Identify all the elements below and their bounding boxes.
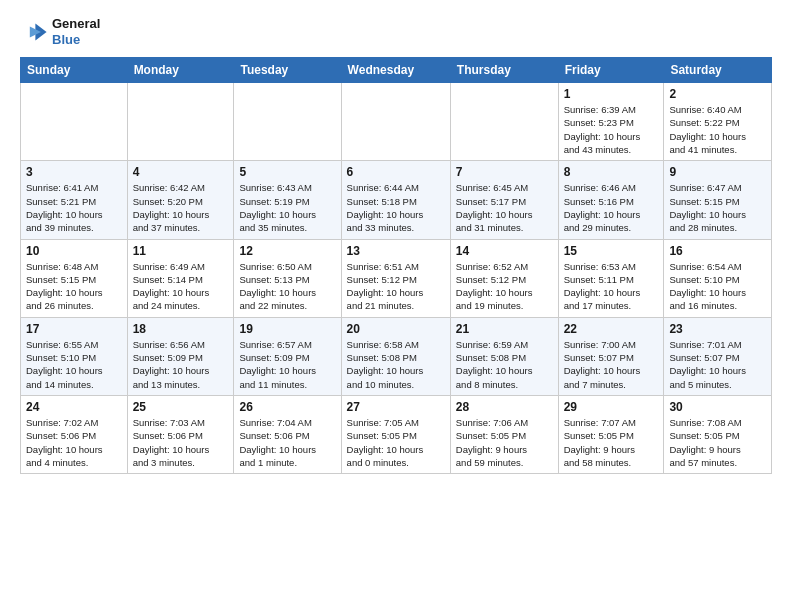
day-info: Sunrise: 6:47 AM Sunset: 5:15 PM Dayligh…: [669, 181, 766, 234]
day-info: Sunrise: 6:59 AM Sunset: 5:08 PM Dayligh…: [456, 338, 553, 391]
calendar-cell: 6Sunrise: 6:44 AM Sunset: 5:18 PM Daylig…: [341, 161, 450, 239]
calendar-cell: 27Sunrise: 7:05 AM Sunset: 5:05 PM Dayli…: [341, 395, 450, 473]
day-number: 21: [456, 322, 553, 336]
day-number: 28: [456, 400, 553, 414]
calendar-cell: 5Sunrise: 6:43 AM Sunset: 5:19 PM Daylig…: [234, 161, 341, 239]
weekday-header: Wednesday: [341, 58, 450, 83]
day-number: 19: [239, 322, 335, 336]
weekday-header: Tuesday: [234, 58, 341, 83]
calendar-cell: 4Sunrise: 6:42 AM Sunset: 5:20 PM Daylig…: [127, 161, 234, 239]
day-info: Sunrise: 6:54 AM Sunset: 5:10 PM Dayligh…: [669, 260, 766, 313]
calendar-cell: 17Sunrise: 6:55 AM Sunset: 5:10 PM Dayli…: [21, 317, 128, 395]
day-info: Sunrise: 6:49 AM Sunset: 5:14 PM Dayligh…: [133, 260, 229, 313]
day-number: 10: [26, 244, 122, 258]
day-number: 14: [456, 244, 553, 258]
calendar-cell: 14Sunrise: 6:52 AM Sunset: 5:12 PM Dayli…: [450, 239, 558, 317]
day-info: Sunrise: 6:39 AM Sunset: 5:23 PM Dayligh…: [564, 103, 659, 156]
calendar-cell: 10Sunrise: 6:48 AM Sunset: 5:15 PM Dayli…: [21, 239, 128, 317]
day-number: 20: [347, 322, 445, 336]
day-number: 13: [347, 244, 445, 258]
calendar-cell: 12Sunrise: 6:50 AM Sunset: 5:13 PM Dayli…: [234, 239, 341, 317]
day-number: 3: [26, 165, 122, 179]
calendar-week-row: 3Sunrise: 6:41 AM Sunset: 5:21 PM Daylig…: [21, 161, 772, 239]
day-number: 2: [669, 87, 766, 101]
calendar-week-row: 17Sunrise: 6:55 AM Sunset: 5:10 PM Dayli…: [21, 317, 772, 395]
day-number: 23: [669, 322, 766, 336]
day-info: Sunrise: 6:58 AM Sunset: 5:08 PM Dayligh…: [347, 338, 445, 391]
day-number: 18: [133, 322, 229, 336]
day-info: Sunrise: 6:55 AM Sunset: 5:10 PM Dayligh…: [26, 338, 122, 391]
calendar-cell: 11Sunrise: 6:49 AM Sunset: 5:14 PM Dayli…: [127, 239, 234, 317]
day-info: Sunrise: 7:00 AM Sunset: 5:07 PM Dayligh…: [564, 338, 659, 391]
day-info: Sunrise: 6:57 AM Sunset: 5:09 PM Dayligh…: [239, 338, 335, 391]
calendar-page: General Blue SundayMondayTuesdayWednesda…: [0, 0, 792, 490]
calendar-cell: 28Sunrise: 7:06 AM Sunset: 5:05 PM Dayli…: [450, 395, 558, 473]
day-info: Sunrise: 6:42 AM Sunset: 5:20 PM Dayligh…: [133, 181, 229, 234]
calendar-cell: 24Sunrise: 7:02 AM Sunset: 5:06 PM Dayli…: [21, 395, 128, 473]
calendar-cell: 18Sunrise: 6:56 AM Sunset: 5:09 PM Dayli…: [127, 317, 234, 395]
logo-text: General Blue: [52, 16, 100, 47]
day-info: Sunrise: 7:08 AM Sunset: 5:05 PM Dayligh…: [669, 416, 766, 469]
day-info: Sunrise: 7:05 AM Sunset: 5:05 PM Dayligh…: [347, 416, 445, 469]
calendar-cell: 30Sunrise: 7:08 AM Sunset: 5:05 PM Dayli…: [664, 395, 772, 473]
day-number: 22: [564, 322, 659, 336]
calendar-cell: 2Sunrise: 6:40 AM Sunset: 5:22 PM Daylig…: [664, 83, 772, 161]
weekday-header: Friday: [558, 58, 664, 83]
calendar-cell: 26Sunrise: 7:04 AM Sunset: 5:06 PM Dayli…: [234, 395, 341, 473]
day-info: Sunrise: 7:07 AM Sunset: 5:05 PM Dayligh…: [564, 416, 659, 469]
day-info: Sunrise: 7:03 AM Sunset: 5:06 PM Dayligh…: [133, 416, 229, 469]
day-info: Sunrise: 6:41 AM Sunset: 5:21 PM Dayligh…: [26, 181, 122, 234]
weekday-header: Sunday: [21, 58, 128, 83]
calendar-cell: [450, 83, 558, 161]
day-number: 24: [26, 400, 122, 414]
weekday-header-row: SundayMondayTuesdayWednesdayThursdayFrid…: [21, 58, 772, 83]
calendar-cell: 1Sunrise: 6:39 AM Sunset: 5:23 PM Daylig…: [558, 83, 664, 161]
weekday-header: Thursday: [450, 58, 558, 83]
weekday-header: Monday: [127, 58, 234, 83]
day-number: 9: [669, 165, 766, 179]
day-number: 7: [456, 165, 553, 179]
calendar-cell: 25Sunrise: 7:03 AM Sunset: 5:06 PM Dayli…: [127, 395, 234, 473]
day-info: Sunrise: 7:01 AM Sunset: 5:07 PM Dayligh…: [669, 338, 766, 391]
calendar-week-row: 24Sunrise: 7:02 AM Sunset: 5:06 PM Dayli…: [21, 395, 772, 473]
calendar-cell: [21, 83, 128, 161]
day-info: Sunrise: 6:52 AM Sunset: 5:12 PM Dayligh…: [456, 260, 553, 313]
calendar-cell: 22Sunrise: 7:00 AM Sunset: 5:07 PM Dayli…: [558, 317, 664, 395]
day-number: 26: [239, 400, 335, 414]
calendar-cell: 3Sunrise: 6:41 AM Sunset: 5:21 PM Daylig…: [21, 161, 128, 239]
calendar-cell: 16Sunrise: 6:54 AM Sunset: 5:10 PM Dayli…: [664, 239, 772, 317]
day-info: Sunrise: 6:48 AM Sunset: 5:15 PM Dayligh…: [26, 260, 122, 313]
day-info: Sunrise: 7:04 AM Sunset: 5:06 PM Dayligh…: [239, 416, 335, 469]
day-number: 5: [239, 165, 335, 179]
day-info: Sunrise: 6:46 AM Sunset: 5:16 PM Dayligh…: [564, 181, 659, 234]
day-number: 17: [26, 322, 122, 336]
day-number: 25: [133, 400, 229, 414]
weekday-header: Saturday: [664, 58, 772, 83]
logo-icon: [20, 18, 48, 46]
day-info: Sunrise: 7:06 AM Sunset: 5:05 PM Dayligh…: [456, 416, 553, 469]
day-info: Sunrise: 6:40 AM Sunset: 5:22 PM Dayligh…: [669, 103, 766, 156]
calendar-cell: [234, 83, 341, 161]
header: General Blue: [20, 16, 772, 47]
calendar-cell: [127, 83, 234, 161]
calendar-week-row: 10Sunrise: 6:48 AM Sunset: 5:15 PM Dayli…: [21, 239, 772, 317]
calendar-cell: [341, 83, 450, 161]
calendar-cell: 29Sunrise: 7:07 AM Sunset: 5:05 PM Dayli…: [558, 395, 664, 473]
day-number: 8: [564, 165, 659, 179]
day-number: 1: [564, 87, 659, 101]
day-number: 12: [239, 244, 335, 258]
calendar-cell: 15Sunrise: 6:53 AM Sunset: 5:11 PM Dayli…: [558, 239, 664, 317]
day-number: 11: [133, 244, 229, 258]
day-number: 15: [564, 244, 659, 258]
day-info: Sunrise: 6:45 AM Sunset: 5:17 PM Dayligh…: [456, 181, 553, 234]
day-number: 29: [564, 400, 659, 414]
calendar-week-row: 1Sunrise: 6:39 AM Sunset: 5:23 PM Daylig…: [21, 83, 772, 161]
day-info: Sunrise: 6:51 AM Sunset: 5:12 PM Dayligh…: [347, 260, 445, 313]
calendar-cell: 8Sunrise: 6:46 AM Sunset: 5:16 PM Daylig…: [558, 161, 664, 239]
calendar-cell: 19Sunrise: 6:57 AM Sunset: 5:09 PM Dayli…: [234, 317, 341, 395]
calendar-cell: 13Sunrise: 6:51 AM Sunset: 5:12 PM Dayli…: [341, 239, 450, 317]
day-number: 6: [347, 165, 445, 179]
calendar-cell: 20Sunrise: 6:58 AM Sunset: 5:08 PM Dayli…: [341, 317, 450, 395]
day-number: 16: [669, 244, 766, 258]
day-info: Sunrise: 6:50 AM Sunset: 5:13 PM Dayligh…: [239, 260, 335, 313]
